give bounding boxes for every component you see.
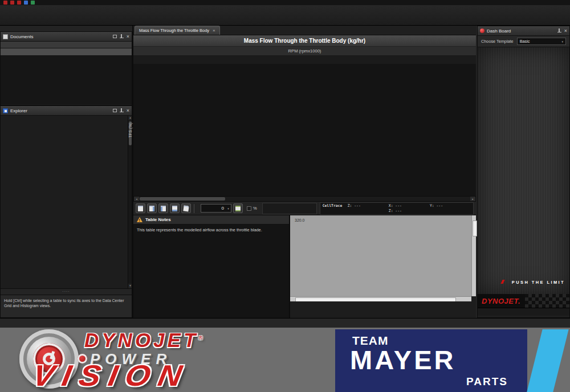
footer-dynojet-text: DYNOJET®	[84, 329, 202, 352]
explorer-panel-header: Explorer	[1, 106, 132, 116]
dashboard-tabs	[478, 308, 569, 316]
explorer-panel-title: Explorer	[10, 108, 111, 113]
chart-3d-plot[interactable]: 320.0	[290, 215, 471, 296]
team-mayer-banner: TEAM MAYER PARTS	[335, 329, 527, 392]
cell-edit-button-2[interactable]	[147, 203, 157, 213]
celltrace-z2: Z: ---	[389, 209, 430, 214]
close-window-icon[interactable]	[127, 34, 129, 39]
chart-horizontal-scrollbar[interactable]	[290, 296, 471, 301]
banner-parts-text: PARTS	[466, 375, 508, 388]
cell-edit-icon	[149, 206, 154, 211]
quick-access-icon[interactable]	[24, 1, 28, 5]
surface-plot	[290, 215, 471, 296]
document-tab-bar: Mass Flow Through the Throttle Body	[133, 26, 476, 35]
percent-checkbox[interactable]	[247, 206, 251, 211]
template-select[interactable]: Basic	[517, 38, 566, 45]
table-notes-header: Table Notes	[133, 215, 289, 224]
table-column-headers	[133, 56, 476, 64]
ribbon	[0, 5, 570, 26]
table-notes-panel: Table Notes This table represents the mo…	[133, 215, 290, 318]
chevron-down-icon	[561, 39, 563, 44]
chart-view-tabs	[290, 301, 476, 318]
chart-corner-value: 320.0	[295, 218, 305, 222]
close-window-icon[interactable]	[564, 28, 567, 33]
tab-title: Mass Flow Through the Throttle Body	[139, 28, 209, 33]
template-chooser-row: Choose Template Basic	[478, 36, 569, 47]
footer-banner: DYNOJET® POWER VISION TEAM MAYER PARTS	[0, 328, 570, 392]
pin-window-icon[interactable]	[120, 108, 124, 113]
table-x-axis-label: RPM (rpmx1000)	[133, 47, 476, 56]
banner-mayer-text: MAYER	[350, 344, 455, 375]
documents-empty-area	[1, 55, 132, 104]
celltrace-y: Y: ---	[430, 203, 471, 209]
explorer-tree	[1, 116, 132, 288]
checker-pattern	[525, 294, 569, 308]
explorer-panel: Explorer Hold [Ctrl] while selecting a t…	[0, 105, 132, 318]
splitter-handle[interactable]	[1, 288, 132, 295]
pin-window-icon[interactable]	[557, 28, 561, 34]
chart-3d-panel: 320.0	[290, 215, 476, 318]
quick-access-icon[interactable]	[10, 1, 14, 5]
dashboard-icon	[480, 28, 484, 33]
float-window-icon[interactable]	[113, 109, 117, 112]
status-bar	[0, 318, 570, 328]
table-title: Mass Flow Through the Throttle Body (kg/…	[133, 35, 476, 47]
celltrace-z: Z: ---	[348, 203, 389, 209]
documents-panel-header: Documents	[1, 32, 132, 42]
apply-icon	[235, 206, 241, 211]
explorer-hint-text: Hold [Ctrl] while selecting a table to s…	[1, 295, 132, 317]
documents-panel: Documents	[0, 31, 132, 105]
table-body	[133, 64, 476, 196]
cell-toolbar: 0 % CellTrace Z: --- X: --- Y: --- Z: --…	[133, 202, 476, 215]
banner-slash-graphic	[527, 329, 568, 392]
chart-vertical-scrollbar[interactable]	[471, 215, 476, 296]
table-horizontal-scrollbar[interactable]	[133, 196, 476, 202]
toolbar-separator	[194, 204, 194, 213]
documents-column-headers	[1, 42, 132, 48]
tab-mass-flow[interactable]: Mass Flow Through the Throttle Body	[135, 26, 220, 35]
scrollbar-thumb[interactable]	[140, 197, 225, 201]
documents-icon	[3, 34, 8, 39]
scroll-left-icon[interactable]	[134, 197, 139, 201]
celltrace-title: CellTrace	[323, 203, 348, 209]
cell-edit-button-4[interactable]	[170, 203, 180, 213]
documents-row[interactable]	[1, 48, 132, 55]
footer-vision-text: VISION	[30, 358, 193, 392]
cell-edit-icon	[183, 205, 189, 211]
cell-edit-icon	[138, 206, 143, 211]
cell-edit-icon	[172, 206, 177, 211]
table-y-axis-label: TPS (%)	[127, 64, 133, 196]
brand-strip: DYNOJET.	[478, 294, 569, 308]
scroll-right-icon[interactable]	[470, 197, 475, 201]
quick-access-icon[interactable]	[3, 1, 7, 5]
selection-info-box	[262, 203, 317, 214]
cell-edit-button-1[interactable]	[136, 203, 145, 213]
adjust-value-input[interactable]: 0	[201, 204, 231, 213]
dashboard-title: Dash Board	[487, 28, 555, 34]
gauge-row	[478, 47, 569, 56]
warning-icon	[137, 217, 142, 222]
percent-label: %	[253, 206, 257, 211]
dashboard-header: Dash Board	[478, 26, 569, 36]
adjust-value: 0	[201, 206, 226, 211]
float-window-icon[interactable]	[113, 35, 117, 38]
apply-button[interactable]	[233, 203, 243, 213]
tab-close-icon[interactable]	[213, 28, 215, 33]
pin-window-icon[interactable]	[120, 34, 124, 39]
table-notes-title: Table Notes	[145, 217, 171, 222]
quick-access-toolbar	[0, 0, 570, 5]
scroll-down-icon[interactable]	[128, 284, 132, 288]
quick-access-icon[interactable]	[17, 1, 21, 5]
template-label: Choose Template	[481, 39, 514, 44]
cell-edit-button-3[interactable]	[158, 203, 168, 213]
dashboard-canvas: PUSH THE LIMIT	[478, 47, 569, 294]
documents-panel-title: Documents	[10, 34, 111, 39]
table-notes-text[interactable]: This table represents the modelled airfl…	[133, 224, 289, 318]
powervision-app: Documents Explorer	[0, 0, 570, 392]
quick-access-icon[interactable]	[31, 1, 35, 5]
celltrace-x: X: ---	[389, 203, 430, 209]
value-dropdown-icon[interactable]	[226, 207, 231, 210]
cell-edit-button-5[interactable]	[181, 203, 191, 213]
celltrace-panel: CellTrace Z: --- X: --- Y: --- Z: ---	[320, 202, 474, 215]
slogan-text: PUSH THE LIMIT	[478, 280, 569, 285]
